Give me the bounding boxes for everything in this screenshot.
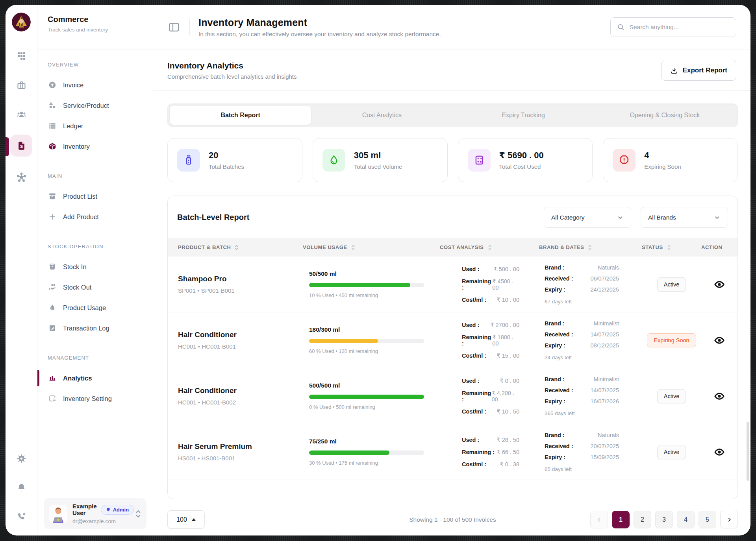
user-card[interactable]: Example User Admin dr@example.com — [44, 498, 146, 529]
stat-label: Total Batches — [209, 163, 244, 170]
page-button-3[interactable]: 3 — [655, 511, 673, 528]
received-value: 06/07/2025 — [590, 275, 619, 282]
view-details-button[interactable] — [712, 389, 726, 403]
app-logo[interactable] — [12, 13, 31, 31]
received-label: Received : — [545, 331, 573, 338]
category-filter-select[interactable]: All Category — [544, 207, 631, 228]
column-brand-dates[interactable]: BRAND & DATES — [539, 244, 642, 251]
days-left-note: 67 days left — [545, 299, 619, 305]
sidebar-item-product-list[interactable]: Product List — [48, 186, 143, 207]
sidebar-item-transaction-log[interactable]: Transaction Log — [48, 318, 143, 338]
chevron-left-icon — [596, 517, 602, 523]
cost-ml-label: Cost/ml : — [462, 408, 486, 415]
used-value: ₹ 500 . 00 — [493, 266, 519, 272]
page-button-5[interactable]: 5 — [699, 511, 716, 528]
column-product-batch[interactable]: PRODUCT & BATCH — [178, 244, 303, 251]
page-button-4[interactable]: 4 — [677, 511, 695, 528]
product-name: Hair Serum Premium — [178, 442, 303, 451]
sidebar-item-stock-in[interactable]: Stock In — [48, 257, 143, 277]
received-value: 20/07/2025 — [590, 443, 619, 449]
next-page-button[interactable] — [720, 511, 738, 528]
sidebar-item-invoice[interactable]: ₹ Invoice — [48, 75, 143, 95]
network-hub-icon — [16, 172, 27, 183]
stat-label: Total used Volume — [354, 163, 402, 170]
brand-dates-cell: Brand :Naturals Received :06/07/2025 Exp… — [539, 264, 642, 305]
column-cost-analysis[interactable]: COST ANALYSIS — [440, 244, 539, 251]
sidebar-item-stock-out[interactable]: Stock Out — [48, 277, 143, 297]
page-title: Inventory Management — [198, 17, 441, 28]
analytics-subtitle: Comprehensive batch-level analytics and … — [167, 73, 297, 80]
sidebar-item-inventory-setting[interactable]: Inventory Setting — [48, 388, 143, 409]
calculator-icon — [468, 149, 491, 172]
eye-icon — [714, 279, 725, 290]
report-title: Batch-Level Report — [177, 213, 249, 222]
rail-invoice-button[interactable]: $ — [10, 135, 32, 157]
page-button-1[interactable]: 1 — [612, 511, 630, 528]
user-expand-control[interactable] — [135, 510, 141, 518]
page-button-2[interactable]: 2 — [634, 511, 651, 528]
view-details-button[interactable] — [712, 333, 726, 347]
expiry-value: 15/09/2025 — [590, 454, 619, 460]
rail-contact-button[interactable] — [13, 508, 30, 525]
remaining-value: ₹ 4,200 . 00 — [491, 390, 519, 403]
rail-settings-button[interactable] — [13, 450, 30, 467]
action-cell — [701, 277, 737, 292]
search-input[interactable] — [630, 24, 730, 31]
previous-page-button[interactable] — [590, 511, 608, 528]
scrollbar-thumb[interactable] — [747, 422, 749, 481]
chevron-down-icon — [135, 514, 141, 518]
sidebar-toggle-button[interactable] — [167, 20, 181, 34]
global-search[interactable] — [610, 17, 736, 37]
page-size-select[interactable]: 100 — [167, 510, 205, 529]
volume-label: 180/300 ml — [309, 326, 424, 333]
icon-rail: $ — [6, 5, 37, 535]
rail-notifications-button[interactable] — [13, 479, 30, 496]
rail-customers-button[interactable] — [13, 105, 30, 123]
rail-integrations-button[interactable] — [13, 168, 30, 186]
tab-expiry-tracking[interactable]: Expiry Tracking — [453, 106, 594, 125]
users-icon — [16, 109, 27, 120]
view-details-button[interactable] — [712, 445, 726, 459]
tab-opening-closing-stock[interactable]: Opening & Closing Stock — [594, 106, 736, 125]
remaining-value: ₹ 4500 . 00 — [492, 278, 519, 291]
sidebar-item-label: Invoice — [63, 81, 83, 89]
volume-progress-track — [309, 451, 424, 455]
sidebar-item-analytics[interactable]: Analytics — [48, 368, 143, 388]
cost-analysis-cell: Used :₹ 0 . 00 Remaining :₹ 4,200 . 00 C… — [440, 378, 539, 415]
main-area: Inventory Management In this section, yo… — [153, 5, 750, 535]
stat-value: 20 — [209, 150, 244, 161]
sidebar-item-add-product[interactable]: Add Product — [48, 207, 143, 227]
sidebar-item-service-product[interactable]: Service/Product — [48, 95, 143, 116]
chevron-up-icon — [135, 510, 141, 513]
column-volume-usage[interactable]: VOLUME USAGE — [303, 244, 440, 251]
received-value: 14/07/2025 — [590, 387, 619, 393]
ledger-rows-icon — [48, 121, 57, 131]
column-status[interactable]: STATUS — [642, 244, 701, 251]
export-report-button[interactable]: Export Report — [661, 60, 736, 81]
cost-ml-value: ₹ 10 . 50 — [497, 408, 519, 415]
used-label: Used : — [462, 378, 479, 384]
bar-chart-icon — [48, 373, 57, 383]
pagination: 1 2 3 4 5 — [590, 511, 738, 528]
sort-icon — [350, 244, 356, 251]
used-label: Used : — [462, 437, 479, 443]
rail-dashboard-button[interactable] — [13, 47, 30, 65]
sidebar-item-ledger[interactable]: Ledger — [48, 116, 143, 136]
batch-level-report-card: Batch-Level Report All Category All Bran… — [167, 196, 738, 499]
plus-icon — [48, 212, 57, 222]
table-row: Hair Conditioner HC001 • HC001-B002 500/… — [168, 368, 737, 424]
status-badge: Active — [657, 389, 686, 403]
received-label: Received : — [545, 275, 573, 282]
column-action: ACTION — [701, 244, 737, 250]
tab-batch-report[interactable]: Batch Report — [170, 106, 311, 125]
view-details-button[interactable] — [712, 277, 726, 292]
volume-label: 75/250 ml — [309, 438, 424, 445]
brands-filter-select[interactable]: All Brands — [641, 207, 728, 228]
tab-cost-analytics[interactable]: Cost Analytics — [311, 106, 452, 125]
stat-label: Total Cost Used — [499, 163, 544, 170]
table-row: Shampoo Pro SP001 • SP001-B001 50/500 ml… — [168, 257, 737, 312]
sidebar-item-inventory[interactable]: Inventory — [48, 136, 143, 157]
sidebar-item-product-usage[interactable]: Product Usage — [48, 297, 143, 318]
rail-business-button[interactable] — [13, 76, 30, 94]
status-cell: Expiring Soon — [642, 333, 701, 347]
